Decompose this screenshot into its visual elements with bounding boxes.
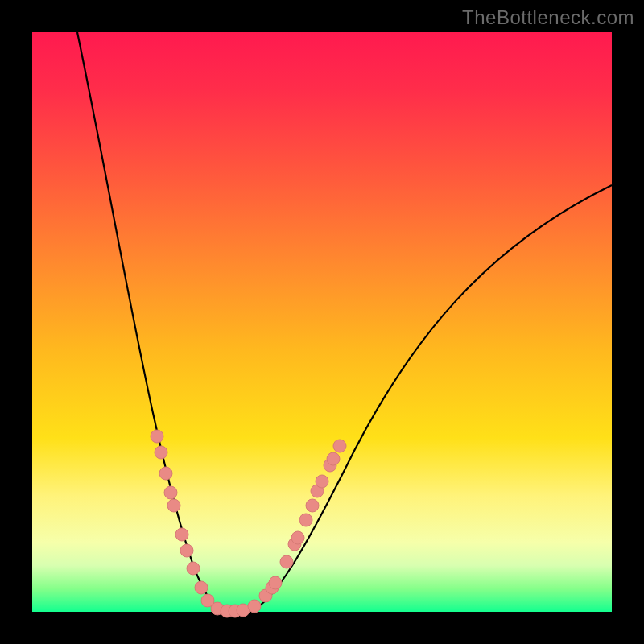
data-marker <box>187 562 200 575</box>
chart-svg <box>32 32 612 612</box>
data-marker <box>327 452 340 465</box>
data-marker <box>306 499 319 512</box>
data-marker <box>175 528 188 541</box>
data-marker <box>167 499 180 512</box>
watermark-text: TheBottleneck.com <box>462 6 634 29</box>
data-marker <box>151 430 163 443</box>
data-marker <box>155 446 167 459</box>
data-marker <box>316 475 328 488</box>
data-marker <box>291 531 304 544</box>
data-marker <box>159 467 172 480</box>
data-marker <box>333 440 346 452</box>
data-marker <box>180 544 193 557</box>
data-marker <box>299 514 312 526</box>
data-marker <box>280 555 293 568</box>
plot-area <box>32 32 612 612</box>
data-marker <box>164 486 177 499</box>
bottleneck-curve <box>77 32 612 612</box>
data-marker <box>269 576 282 589</box>
data-marker <box>248 600 261 613</box>
chart-frame: TheBottleneck.com <box>0 0 644 644</box>
data-marker <box>195 581 208 594</box>
